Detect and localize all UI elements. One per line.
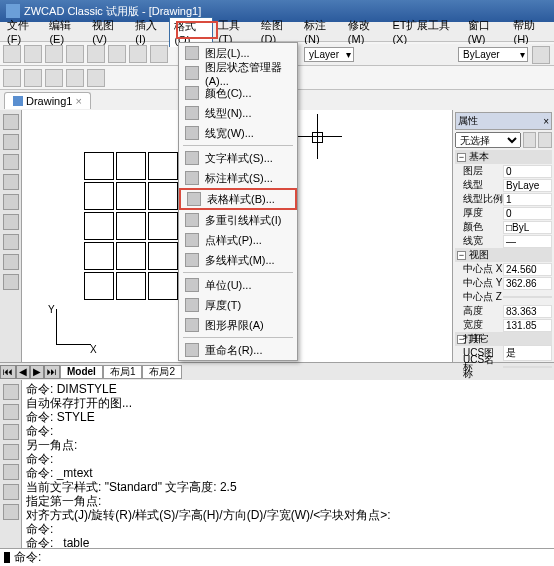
prop-group[interactable]: −基本 bbox=[455, 150, 552, 164]
menu-item-icon bbox=[185, 298, 199, 312]
menu-7[interactable]: 标注(N) bbox=[299, 16, 343, 47]
tab-nav-first-icon[interactable]: ⏮ bbox=[0, 365, 16, 379]
erase-icon[interactable] bbox=[3, 384, 19, 400]
command-line[interactable]: 命令: bbox=[0, 548, 554, 566]
prop-row[interactable]: 中心点 Z bbox=[455, 290, 552, 304]
prop-row[interactable]: UCS名称 bbox=[455, 360, 552, 374]
layer-toolbar: yLayer ByLayer bbox=[300, 44, 554, 66]
rotate-icon[interactable] bbox=[3, 504, 19, 520]
menu-item-icon bbox=[185, 213, 199, 227]
linetype-btn-icon[interactable] bbox=[532, 46, 550, 64]
prop-row[interactable]: 中心点 X24.560 bbox=[455, 262, 552, 276]
menu-item-label: 表格样式(B)... bbox=[207, 192, 275, 207]
rect-icon[interactable] bbox=[3, 174, 19, 190]
save-icon[interactable] bbox=[45, 45, 63, 63]
menu-item[interactable]: 标注样式(S)... bbox=[179, 168, 297, 188]
spline-icon[interactable] bbox=[3, 254, 19, 270]
prop-row[interactable]: 图层0 bbox=[455, 164, 552, 178]
menu-item[interactable]: 单位(U)... bbox=[179, 275, 297, 295]
command-history[interactable]: 命令: DIMSTYLE 自动保存打开的图... 命令: STYLE 命令: 另… bbox=[22, 380, 554, 548]
publish-icon[interactable] bbox=[108, 45, 126, 63]
menu-8[interactable]: 修改(M) bbox=[343, 16, 388, 47]
copy-obj-icon[interactable] bbox=[3, 404, 19, 420]
menu-item[interactable]: 表格样式(B)... bbox=[179, 188, 297, 210]
offset-icon[interactable] bbox=[3, 444, 19, 460]
menu-item[interactable]: 文字样式(S)... bbox=[179, 148, 297, 168]
menu-item[interactable]: 线宽(W)... bbox=[179, 123, 297, 143]
menu-9[interactable]: ET扩展工具(X) bbox=[387, 16, 462, 47]
prop-row[interactable]: 线宽— bbox=[455, 234, 552, 248]
dim5-icon[interactable] bbox=[87, 69, 105, 87]
menu-3[interactable]: 插入(I) bbox=[130, 16, 169, 47]
axis-x-label: X bbox=[90, 344, 97, 355]
prop-btn2-icon[interactable] bbox=[538, 132, 552, 148]
circle-icon[interactable] bbox=[3, 214, 19, 230]
menu-item[interactable]: 点样式(P)... bbox=[179, 230, 297, 250]
axis-y-label: Y bbox=[48, 304, 55, 315]
line-icon[interactable] bbox=[3, 114, 19, 130]
tab-nav-prev-icon[interactable]: ◀ bbox=[16, 365, 30, 379]
menu-item[interactable]: 线型(N)... bbox=[179, 103, 297, 123]
new-icon[interactable] bbox=[3, 45, 21, 63]
tab-nav-last-icon[interactable]: ⏭ bbox=[44, 365, 60, 379]
prop-row[interactable]: 颜色□ByL bbox=[455, 220, 552, 234]
prop-row[interactable]: 宽度131.85 bbox=[455, 318, 552, 332]
prop-btn1-icon[interactable] bbox=[523, 132, 537, 148]
prop-row[interactable]: 线型比例1 bbox=[455, 192, 552, 206]
copy-icon[interactable] bbox=[150, 45, 168, 63]
menu-item[interactable]: 图层状态管理器(A)... bbox=[179, 63, 297, 83]
tab-nav-next-icon[interactable]: ▶ bbox=[30, 365, 44, 379]
dim3-icon[interactable] bbox=[45, 69, 63, 87]
pline-icon[interactable] bbox=[3, 134, 19, 150]
menu-item-label: 厚度(T) bbox=[205, 298, 241, 313]
menu-item[interactable]: 多线样式(M)... bbox=[179, 250, 297, 270]
menu-11[interactable]: 帮助(H) bbox=[508, 16, 552, 47]
prop-group[interactable]: −视图 bbox=[455, 248, 552, 262]
linetype-dropdown[interactable]: ByLayer bbox=[458, 47, 528, 62]
menu-10[interactable]: 窗口(W) bbox=[463, 16, 509, 47]
prop-row[interactable]: 高度83.363 bbox=[455, 304, 552, 318]
selection-dropdown[interactable]: 无选择 bbox=[455, 132, 521, 148]
menu-item-icon bbox=[185, 151, 199, 165]
dim4-icon[interactable] bbox=[66, 69, 84, 87]
command-prompt: 命令: bbox=[14, 549, 41, 566]
menu-item-icon bbox=[185, 106, 199, 120]
revcloud-icon[interactable] bbox=[3, 234, 19, 250]
model-tab-2[interactable]: 布局2 bbox=[142, 365, 182, 379]
move-icon[interactable] bbox=[3, 484, 19, 500]
model-tab-0[interactable]: Model bbox=[60, 365, 103, 379]
open-icon[interactable] bbox=[24, 45, 42, 63]
viewcube[interactable] bbox=[292, 114, 342, 164]
menu-item[interactable]: 重命名(R)... bbox=[179, 340, 297, 360]
properties-title: 属性 bbox=[458, 114, 478, 128]
arc-icon[interactable] bbox=[3, 194, 19, 210]
prop-row[interactable]: 线型ByLaye bbox=[455, 178, 552, 192]
menu-item-label: 文字样式(S)... bbox=[205, 151, 273, 166]
menu-item-label: 点样式(P)... bbox=[205, 233, 262, 248]
polygon-icon[interactable] bbox=[3, 154, 19, 170]
panel-close-icon[interactable]: × bbox=[543, 116, 549, 127]
menu-item[interactable]: 多重引线样式(I) bbox=[179, 210, 297, 230]
array-icon[interactable] bbox=[3, 464, 19, 480]
model-tab-1[interactable]: 布局1 bbox=[103, 365, 143, 379]
print-icon[interactable] bbox=[66, 45, 84, 63]
properties-header: 属性 × bbox=[455, 112, 552, 130]
prop-row[interactable]: 中心点 Y362.86 bbox=[455, 276, 552, 290]
prop-row[interactable]: 厚度0 bbox=[455, 206, 552, 220]
preview-icon[interactable] bbox=[87, 45, 105, 63]
dim-icon[interactable] bbox=[3, 69, 21, 87]
menu-0[interactable]: 文件(F) bbox=[2, 16, 44, 47]
layer-dropdown[interactable]: yLayer bbox=[304, 47, 354, 62]
dim2-icon[interactable] bbox=[24, 69, 42, 87]
drawn-table bbox=[82, 150, 180, 302]
close-tab-icon[interactable]: × bbox=[75, 95, 81, 107]
menu-1[interactable]: 编辑(E) bbox=[44, 16, 87, 47]
menu-item[interactable]: 厚度(T) bbox=[179, 295, 297, 315]
menubar: 文件(F)编辑(E)视图(V)插入(I)格式(O)工具(T)绘图(D)标注(N)… bbox=[0, 22, 554, 42]
menu-2[interactable]: 视图(V) bbox=[87, 16, 130, 47]
mirror-icon[interactable] bbox=[3, 424, 19, 440]
tab-drawing1[interactable]: Drawing1 × bbox=[4, 92, 91, 109]
menu-item[interactable]: 图形界限(A) bbox=[179, 315, 297, 335]
ellipse-icon[interactable] bbox=[3, 274, 19, 290]
cut-icon[interactable] bbox=[129, 45, 147, 63]
